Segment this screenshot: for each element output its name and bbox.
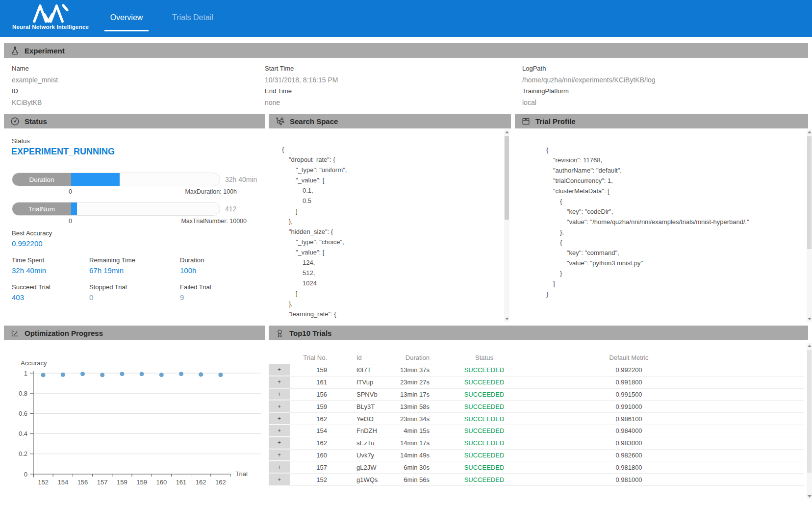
cell-id: gL2JW [334,464,392,471]
stat-label: Time Spent [12,256,46,264]
scrollbar-thumb[interactable] [505,136,509,220]
cell-duration: 6min 30s [392,464,436,471]
table-row: +160Uvk7y14min 49sSUCCEEDED0.982600 [269,450,804,462]
expand-row-button[interactable]: + [269,413,290,425]
json-line: }, [282,216,503,227]
json-line: "learning_rate": { [282,309,503,319]
cell-trial-no: 157 [290,464,334,471]
expand-row-button[interactable]: + [269,425,290,437]
cell-default-metric: 0.991000 [532,403,726,410]
stat-value: 67h 19min [89,266,135,275]
json-line: "_value": [ [282,175,503,185]
table-row: +156SPNVb13min 17sSUCCEEDED0.991500 [269,389,804,401]
scroll-down-icon[interactable] [808,495,812,498]
scrollbar-thumb[interactable] [807,350,812,473]
svg-text:157: 157 [97,479,108,486]
stat-label: Failed Trial [180,283,211,291]
json-line: "revision": 11768, [546,155,804,165]
duration-progress-bar: Duration [12,173,220,186]
trial-profile-scrollbar[interactable] [807,129,812,322]
table-header-row: Trial No. Id Duration Status Default Met… [269,351,804,364]
json-line: "value": "/home/quzha/nni/nni/examples/t… [546,217,804,227]
table-row: +157gL2JW6min 30sSUCCEEDED0.981800 [269,461,804,474]
field-label-logpath: LogPath [522,65,546,72]
stat-stopped-trial: Stopped Trial 0 [89,283,127,302]
cell-duration: 4min 15s [392,427,436,434]
field-label-training-platform: TrainingPlatform [522,87,569,95]
top10-scrollbar[interactable] [807,343,812,499]
expand-row-button[interactable]: + [269,389,290,401]
scroll-up-icon[interactable] [808,345,812,347]
cell-status: SUCCEEDED [436,415,532,423]
search-space-json[interactable]: {"dropout_rate": {"_type": "uniform","_v… [269,128,503,323]
svg-text:0.8: 0.8 [19,390,27,397]
cell-status: SUCCEEDED [436,476,532,483]
expand-row-button[interactable]: + [269,461,290,473]
search-space-scrollbar[interactable] [504,129,509,322]
cell-status: SUCCEEDED [436,379,532,386]
cell-default-metric: 0.991800 [532,379,726,386]
cell-trial-no: 154 [290,427,334,434]
json-line: { [546,237,804,248]
stat-succeed-trial: Succeed Trial 403 [12,283,51,302]
scrollbar-thumb[interactable] [807,136,812,249]
scroll-down-icon[interactable] [808,318,812,320]
duration-bar-min: 0 [69,188,72,195]
scroll-up-icon[interactable] [505,131,509,133]
trialnum-bar-max: MaxTrialNumber: 10000 [123,218,247,225]
json-line: ] [546,278,804,289]
status-section-header: Status [4,114,265,128]
experiment-section-title: Experiment [25,47,65,55]
cell-id: ITVup [334,379,392,386]
cell-status: SUCCEEDED [436,403,532,410]
cell-status: SUCCEEDED [436,366,532,374]
trialnum-bar-value: 412 [225,205,236,213]
expand-row-button[interactable]: + [269,377,290,388]
best-accuracy-block: Best Accuracy 0.992200 [12,229,52,248]
cell-default-metric: 0.981800 [532,464,726,471]
stat-value: 0 [89,293,127,302]
expand-row-button[interactable]: + [269,401,290,412]
cell-id: SPNVb [334,391,392,398]
experiment-status-value: EXPERIMENT_RUNNING [11,147,115,157]
cell-status: SUCCEEDED [436,439,532,447]
status-divider [12,164,254,164]
svg-text:162: 162 [215,479,226,486]
field-value-end-time: none [265,99,280,106]
svg-text:1: 1 [24,370,27,377]
cell-duration: 14min 17s [392,439,436,447]
trial-profile-json[interactable]: {"revision": 11768,"authorName": "defaul… [515,128,804,323]
svg-text:0.4: 0.4 [19,430,27,437]
nni-overview-page: { "colors":{"header_blue":"#0e78d2","acc… [0,0,812,505]
json-line: }, [546,227,804,237]
col-header-duration: Duration [392,354,436,361]
json-line: 124, [282,257,503,268]
stat-value: 403 [12,293,51,302]
table-row: +162sEzTu14min 17sSUCCEEDED0.983000 [269,437,804,450]
trial-profile-section-title: Trial Profile [535,117,576,126]
stat-label: Succeed Trial [12,283,51,291]
expand-row-button[interactable]: + [269,474,290,485]
cell-status: SUCCEEDED [436,391,532,398]
field-label-start-time: Start Time [265,65,294,72]
svg-text:152: 152 [38,479,49,486]
top-navbar: Neural Network Intelligence Overview Tri… [0,0,812,37]
expand-row-button[interactable]: + [269,364,290,376]
stat-value: 100h [180,266,204,275]
cell-id: g1WQs [334,476,392,483]
cell-trial-no: 162 [290,415,334,423]
tab-trials-detail[interactable]: Trials Detail [166,0,220,35]
cell-default-metric: 0.981000 [532,476,726,483]
scroll-up-icon[interactable] [808,131,812,133]
duration-bar-track [71,173,220,186]
stat-duration: Duration 100h [180,256,204,275]
stat-label: Remaining Time [89,256,135,264]
gauge-icon [10,117,20,126]
expand-row-button[interactable]: + [269,450,290,461]
expand-row-button[interactable]: + [269,437,290,449]
scroll-down-icon[interactable] [505,318,509,320]
field-label-end-time: End Time [265,87,292,95]
cell-id: sEzTu [334,439,392,447]
cell-status: SUCCEEDED [436,464,532,471]
field-value-start-time: 10/31/2018, 8:16:15 PM [265,76,338,84]
